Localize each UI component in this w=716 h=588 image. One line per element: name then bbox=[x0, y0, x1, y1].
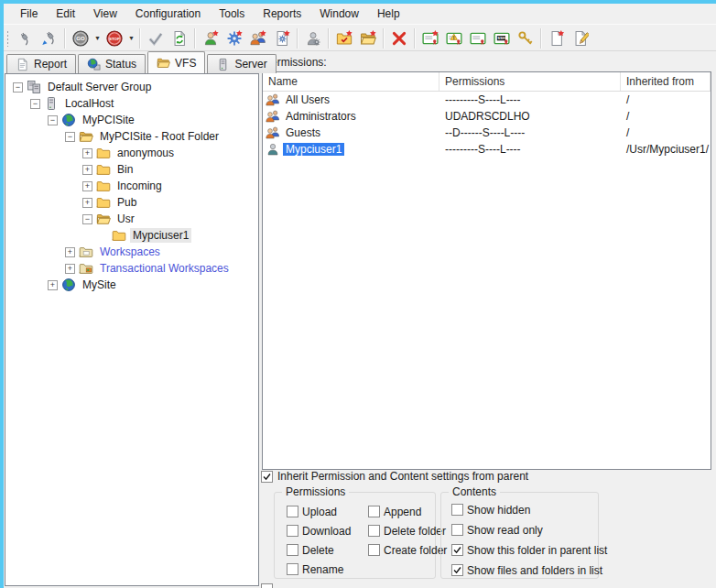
tree-item-transactional-workspaces[interactable]: +Transactional Workspaces bbox=[5, 260, 258, 277]
go-button[interactable]: GO bbox=[69, 27, 92, 50]
expand-toggle[interactable]: + bbox=[82, 198, 92, 208]
collapse-toggle[interactable]: − bbox=[82, 214, 92, 224]
menu-configuration[interactable]: Configuration bbox=[126, 5, 210, 23]
checkbox-download[interactable] bbox=[287, 525, 298, 537]
new-folder-check-icon[interactable] bbox=[332, 27, 356, 50]
refresh-icon[interactable] bbox=[168, 27, 191, 50]
certificate-warning-icon[interactable] bbox=[442, 27, 466, 50]
checkbox-label[interactable]: Create folder bbox=[384, 544, 447, 557]
tab-label: Server bbox=[234, 58, 266, 71]
expand-toggle[interactable]: + bbox=[65, 247, 75, 257]
permission-row-administrators[interactable]: AdministratorsUDADRSCDLHO/ bbox=[263, 108, 711, 125]
tab-server[interactable]: Server bbox=[207, 54, 276, 73]
delete-icon[interactable] bbox=[387, 27, 411, 50]
edit-document-icon[interactable] bbox=[569, 27, 592, 50]
expand-toggle[interactable]: + bbox=[82, 148, 92, 158]
expand-toggle[interactable]: + bbox=[82, 181, 92, 191]
checkbox-rename[interactable] bbox=[287, 563, 298, 575]
tab-vfs[interactable]: VFS bbox=[147, 51, 205, 73]
new-group-icon[interactable] bbox=[246, 27, 270, 50]
checkbox-create-folder[interactable] bbox=[368, 544, 380, 556]
checkbox-label[interactable]: Append bbox=[384, 506, 421, 518]
checkbox-show-this-folder-in-parent-list[interactable] bbox=[451, 544, 463, 556]
checkbox-inherit-settings[interactable] bbox=[261, 471, 273, 483]
inherit-settings-label[interactable]: Inherit Permission and Content settings … bbox=[277, 470, 528, 483]
disconnect-icon[interactable] bbox=[38, 27, 61, 50]
menu-file[interactable]: File bbox=[11, 5, 47, 23]
collapse-toggle[interactable]: − bbox=[30, 99, 40, 109]
collapse-toggle[interactable]: − bbox=[13, 82, 23, 93]
menu-help[interactable]: Help bbox=[368, 5, 409, 23]
menu-view[interactable]: View bbox=[84, 5, 126, 23]
menu-window[interactable]: Window bbox=[310, 5, 368, 23]
collapse-toggle[interactable]: − bbox=[48, 115, 58, 125]
checkbox-show-hidden[interactable] bbox=[451, 504, 463, 516]
checkbox-delete[interactable] bbox=[287, 544, 298, 556]
checkbox-label[interactable]: Download bbox=[302, 525, 351, 538]
tree-item-default-server-group[interactable]: −Default Server Group bbox=[5, 79, 258, 95]
inherit-settings-row: Inherit Permission and Content settings … bbox=[261, 470, 528, 483]
checkbox-delete-folder[interactable] bbox=[368, 525, 380, 537]
permission-row-mypciuser1[interactable]: Mypciuser1---------S----L----/Usr/Mypciu… bbox=[263, 141, 711, 158]
menu-tools[interactable]: Tools bbox=[210, 5, 254, 23]
tree-item-mypciuser1[interactable]: Mypciuser1 bbox=[5, 227, 258, 244]
ssh-certificate-icon[interactable]: SSH bbox=[490, 27, 514, 50]
tree-item-bin[interactable]: +Bin bbox=[5, 161, 258, 178]
connect-icon[interactable] bbox=[14, 27, 38, 50]
user-wizard-icon[interactable] bbox=[301, 27, 325, 50]
tree-item-incoming[interactable]: +Incoming bbox=[5, 178, 258, 194]
checkbox-label[interactable]: Delete folder bbox=[384, 525, 446, 538]
column-header-permissions[interactable]: Permissions bbox=[439, 72, 621, 91]
menu-edit[interactable]: Edit bbox=[47, 5, 84, 23]
expand-toggle[interactable]: + bbox=[48, 280, 58, 290]
checkbox-upload[interactable] bbox=[287, 506, 298, 517]
partial-checkbox[interactable] bbox=[261, 583, 273, 588]
tree-item-localhost[interactable]: −LocalHost bbox=[5, 95, 258, 112]
stop-button[interactable]: STOP bbox=[103, 27, 126, 50]
checkbox-show-read-only[interactable] bbox=[451, 524, 463, 536]
expand-toggle[interactable]: + bbox=[82, 165, 92, 175]
tree-item-usr[interactable]: −Usr bbox=[5, 211, 258, 227]
column-header-inherited-from[interactable]: Inherited from bbox=[621, 72, 711, 91]
new-config-icon[interactable] bbox=[270, 27, 294, 50]
new-document-icon[interactable] bbox=[545, 27, 569, 50]
column-header-name[interactable]: Name bbox=[263, 72, 439, 91]
new-user-icon[interactable] bbox=[199, 27, 222, 50]
tree-item-mypcisite-root-folder[interactable]: −MyPCISite - Root Folder bbox=[5, 128, 258, 145]
tab-bar: ReportStatusVFSServer bbox=[6, 52, 278, 73]
menu-reports[interactable]: Reports bbox=[254, 5, 310, 23]
checkbox-label[interactable]: Show hidden bbox=[467, 504, 530, 517]
apply-check-icon[interactable] bbox=[144, 27, 168, 50]
go-button-dropdown[interactable]: ▼ bbox=[92, 27, 103, 49]
collapse-toggle[interactable]: − bbox=[65, 132, 75, 142]
tree-item-mysite[interactable]: +MySite bbox=[5, 277, 258, 293]
new-folder-icon[interactable] bbox=[356, 27, 380, 50]
tree-item-workspaces[interactable]: +Workspaces bbox=[5, 244, 258, 260]
permission-row-guests[interactable]: Guests--D------S----L----/ bbox=[263, 125, 711, 141]
tree-item-pub[interactable]: +Pub bbox=[5, 194, 258, 211]
tree-item-mypcisite[interactable]: −MyPCISite bbox=[5, 112, 258, 128]
new-settings-icon[interactable] bbox=[222, 27, 246, 50]
checkbox-label[interactable]: Upload bbox=[302, 506, 337, 518]
folder-closed-icon bbox=[96, 146, 111, 160]
tree-item-label: MyPCISite - Root Folder bbox=[97, 129, 222, 144]
folder-closed-icon bbox=[96, 195, 111, 210]
expand-toggle[interactable]: + bbox=[65, 264, 75, 274]
certificate-icon[interactable] bbox=[466, 27, 490, 50]
inherited-from-cell: / bbox=[621, 126, 711, 139]
checkbox-label[interactable]: Delete bbox=[302, 544, 334, 557]
checkbox-label[interactable]: Show files and folders in list bbox=[467, 564, 602, 577]
tab-report[interactable]: Report bbox=[6, 54, 76, 73]
tab-status[interactable]: Status bbox=[78, 54, 146, 73]
new-certificate-icon[interactable] bbox=[418, 27, 442, 50]
checkbox-label[interactable]: Rename bbox=[302, 563, 343, 576]
checkbox-show-files-and-folders-in-list[interactable] bbox=[451, 564, 463, 576]
stop-button-dropdown[interactable]: ▼ bbox=[126, 27, 136, 49]
tree-item-anonymous[interactable]: +anonymous bbox=[5, 145, 258, 161]
checkbox-label[interactable]: Show read only bbox=[467, 524, 543, 537]
checkbox-label[interactable]: Show this folder in parent list bbox=[467, 544, 607, 557]
checkbox-append[interactable] bbox=[368, 506, 380, 517]
toolbar-grip[interactable] bbox=[6, 30, 9, 47]
key-icon[interactable] bbox=[514, 27, 537, 50]
permission-row-all-users[interactable]: All Users---------S----L----/ bbox=[263, 92, 711, 108]
